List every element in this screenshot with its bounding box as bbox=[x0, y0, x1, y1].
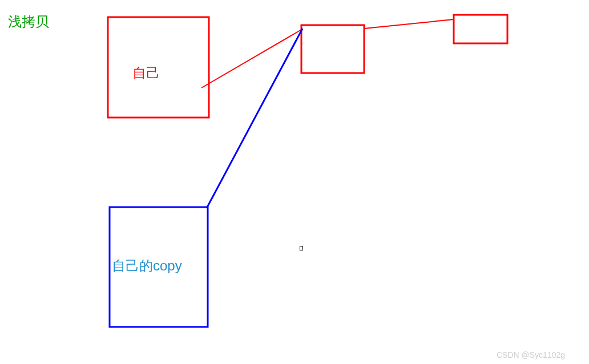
cursor-artifact bbox=[300, 246, 303, 250]
copy-label: 自己的copy bbox=[112, 257, 182, 275]
line-ref-to-far bbox=[364, 19, 454, 29]
far-box bbox=[454, 15, 507, 43]
line-self-to-ref bbox=[201, 30, 301, 88]
watermark: CSDN @Syc1102g bbox=[497, 350, 565, 359]
ref-box bbox=[301, 25, 364, 73]
self-label: 自己 bbox=[132, 64, 160, 82]
diagram-canvas bbox=[0, 0, 589, 364]
diagram-title: 浅拷贝 bbox=[8, 13, 49, 31]
line-copy-to-ref bbox=[207, 29, 302, 208]
